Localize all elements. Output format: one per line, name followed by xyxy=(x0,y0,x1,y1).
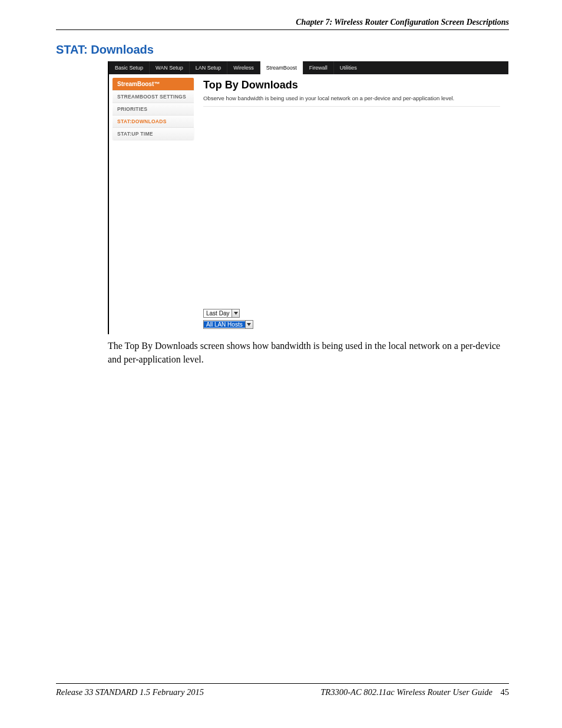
content-description: Observe how bandwidth is being used in y… xyxy=(203,95,500,101)
content-panel: Top By Downloads Observe how bandwidth i… xyxy=(197,74,508,334)
tab-utilities[interactable]: Utilities xyxy=(334,61,363,74)
period-select[interactable]: Last Day xyxy=(203,309,240,318)
document-page: Chapter 7: Wireless Router Configuration… xyxy=(0,0,562,728)
top-nav-tabs: Basic Setup WAN Setup LAN Setup Wireless… xyxy=(109,61,508,74)
figure-caption: The Top By Downloads screen shows how ba… xyxy=(108,339,514,366)
svg-marker-1 xyxy=(247,323,251,326)
chart-area-empty xyxy=(203,110,500,305)
page-number: 45 xyxy=(501,687,510,697)
divider xyxy=(203,106,500,107)
tab-streamboost[interactable]: StreamBoost xyxy=(260,61,303,74)
hosts-select[interactable]: All LAN Hosts xyxy=(203,320,253,329)
dropdown-icon xyxy=(245,321,253,328)
period-select-value: Last Day xyxy=(204,310,232,317)
content-title: Top By Downloads xyxy=(203,79,500,91)
tab-wireless[interactable]: Wireless xyxy=(227,61,260,74)
sidebar: StreamBoost™ STREAMBOOST SETTINGS PRIORI… xyxy=(109,74,197,334)
filter-controls: Last Day All LAN Hosts xyxy=(203,307,500,330)
chapter-header: Chapter 7: Wireless Router Configuration… xyxy=(56,18,509,30)
tab-basic-setup[interactable]: Basic Setup xyxy=(109,61,150,74)
footer-release-info: Release 33 STANDARD 1.5 February 2015 xyxy=(56,687,204,697)
page-footer: Release 33 STANDARD 1.5 February 2015 TR… xyxy=(56,683,509,697)
sidebar-item-stat-uptime[interactable]: STAT:UP TIME xyxy=(113,127,194,140)
footer-doc-name: TR3300-AC 802.11ac Wireless Router User … xyxy=(320,687,492,697)
sidebar-item-stat-downloads[interactable]: STAT:DOWNLOADS xyxy=(113,115,194,127)
svg-marker-0 xyxy=(234,312,238,315)
screenshot-figure: Basic Setup WAN Setup LAN Setup Wireless… xyxy=(108,61,508,334)
footer-doc-title: TR3300-AC 802.11ac Wireless Router User … xyxy=(320,687,509,697)
tab-firewall[interactable]: Firewall xyxy=(303,61,334,74)
sidebar-item-settings[interactable]: STREAMBOOST SETTINGS xyxy=(113,90,194,103)
dropdown-icon xyxy=(232,309,239,317)
sidebar-section-header[interactable]: StreamBoost™ xyxy=(113,78,194,90)
sidebar-item-priorities[interactable]: PRIORITIES xyxy=(113,103,194,115)
section-title: STAT: Downloads xyxy=(56,43,509,57)
tab-lan-setup[interactable]: LAN Setup xyxy=(190,61,228,74)
hosts-select-value: All LAN Hosts xyxy=(204,321,245,328)
tab-wan-setup[interactable]: WAN Setup xyxy=(150,61,190,74)
